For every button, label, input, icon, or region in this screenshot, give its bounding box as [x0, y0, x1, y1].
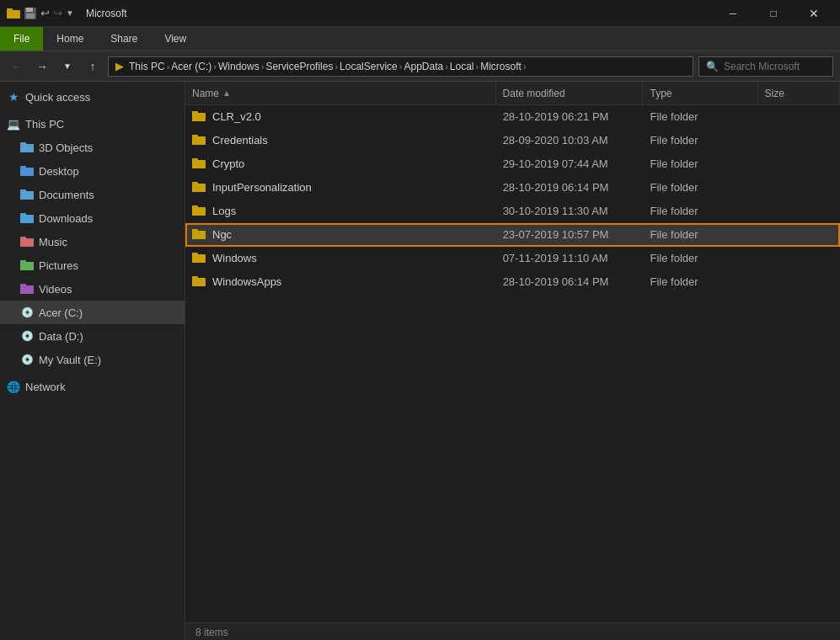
file-name-0: CLR_v2.0	[185, 105, 496, 128]
col-header-size[interactable]: Size	[758, 82, 840, 104]
path-part-6[interactable]: AppData	[404, 61, 443, 72]
path-part-7[interactable]: Local	[450, 61, 474, 72]
sidebar-item-videos[interactable]: Videos	[0, 277, 185, 301]
dropdown-button[interactable]: ▼	[57, 56, 78, 77]
path-part-2[interactable]: Acer (C:)	[171, 61, 211, 72]
path-sep-4: ›	[334, 61, 338, 72]
search-input[interactable]	[724, 61, 826, 72]
ribbon-tabs: File Home Share View	[0, 27, 840, 51]
tab-share[interactable]: Share	[97, 27, 151, 51]
path-sep-6: ›	[445, 61, 448, 72]
file-name-1: Credentials	[185, 129, 496, 152]
titlebar-undo-icon[interactable]: ↩	[40, 7, 50, 20]
file-name-2: Crypto	[185, 152, 496, 175]
svg-rect-26	[192, 182, 198, 185]
folder-icon-5	[192, 228, 206, 242]
sidebar-label-network: Network	[25, 381, 66, 393]
svg-rect-32	[192, 253, 198, 256]
file-date-6: 07-11-2019 11:10 AM	[496, 247, 644, 269]
titlebar-dropdown-icon[interactable]: ▼	[66, 7, 74, 20]
close-button[interactable]: ✕	[795, 0, 833, 27]
table-row[interactable]: Credentials 28-09-2020 10:03 AM File fol…	[185, 129, 840, 152]
col-header-date[interactable]: Date modified	[496, 82, 644, 104]
table-row[interactable]: InputPersonalization 28-10-2019 06:14 PM…	[185, 176, 840, 200]
music-icon	[20, 235, 34, 248]
file-type-0: File folder	[644, 105, 758, 128]
path-sep-8: ›	[523, 61, 527, 72]
quick-access-icon: ★	[7, 90, 20, 104]
sidebar-label-downloads: Downloads	[39, 212, 93, 225]
table-row[interactable]: WindowsApps 28-10-2019 06:14 PM File fol…	[185, 270, 840, 294]
table-row[interactable]: CLR_v2.0 28-10-2019 06:21 PM File folder	[185, 105, 840, 129]
file-date-7: 28-10-2019 06:14 PM	[496, 270, 644, 293]
svg-rect-24	[192, 158, 198, 162]
svg-rect-18	[20, 284, 26, 287]
file-type-5: File folder	[644, 223, 758, 246]
folder-icon-7	[192, 275, 206, 289]
table-row[interactable]: Crypto 29-10-2019 07:44 AM File folder	[185, 152, 840, 176]
sidebar-item-data-d[interactable]: 💿 Data (D:)	[0, 324, 185, 348]
minimize-button[interactable]: ─	[714, 0, 752, 27]
svg-rect-6	[20, 142, 26, 146]
table-row[interactable]: Logs 30-10-2019 11:30 AM File folder	[185, 200, 840, 223]
sidebar-item-acer-c[interactable]: 💿 Acer (C:)	[0, 301, 185, 324]
sidebar-item-myvault-e[interactable]: 💿 My Vault (E:)	[0, 348, 185, 371]
sidebar-item-3d-objects[interactable]: 3D Objects	[0, 136, 185, 159]
tab-home[interactable]: Home	[43, 27, 97, 51]
sidebar-item-pictures[interactable]: Pictures	[0, 253, 185, 277]
path-sep-3: ›	[261, 61, 265, 72]
sidebar-label-acer-c: Acer (C:)	[39, 307, 83, 319]
sidebar-item-desktop[interactable]: Desktop	[0, 159, 185, 183]
sidebar-item-music[interactable]: Music	[0, 230, 185, 253]
file-name-7: WindowsApps	[185, 270, 496, 293]
search-bar[interactable]: 🔍	[698, 56, 833, 77]
file-type-1: File folder	[644, 129, 758, 152]
videos-icon	[20, 282, 34, 296]
file-type-4: File folder	[644, 200, 758, 222]
col-header-type[interactable]: Type	[643, 82, 757, 104]
table-row[interactable]: Ngc 23-07-2019 10:57 PM File folder	[185, 223, 840, 247]
titlebar-redo-icon[interactable]: ↪	[53, 7, 62, 20]
file-name-5: Ngc	[185, 223, 496, 246]
path-arrow-icon: ▶	[115, 60, 124, 72]
titlebar-save-icon[interactable]	[24, 7, 37, 20]
file-size-5	[758, 223, 840, 246]
tab-file[interactable]: File	[0, 27, 43, 51]
forward-button[interactable]: →	[32, 56, 52, 77]
status-text: 8 items	[195, 627, 228, 638]
file-name-3: InputPersonalization	[185, 176, 496, 199]
path-sep-7: ›	[476, 61, 479, 72]
sidebar-item-this-pc[interactable]: 💻 This PC	[0, 112, 185, 136]
sort-arrow-name: ▲	[222, 88, 231, 98]
sidebar-item-downloads[interactable]: Downloads	[0, 206, 185, 230]
file-size-0	[758, 105, 840, 128]
up-button[interactable]: ↑	[83, 56, 103, 77]
sidebar-label-documents: Documents	[39, 189, 94, 201]
search-icon: 🔍	[706, 61, 719, 72]
sidebar-item-documents[interactable]: Documents	[0, 183, 185, 206]
sidebar-label-this-pc: This PC	[25, 118, 64, 131]
table-row[interactable]: Windows 07-11-2019 11:10 AM File folder	[185, 247, 840, 270]
sidebar-label-quick-access: Quick access	[25, 91, 90, 104]
path-part-3[interactable]: Windows	[218, 61, 259, 72]
path-sep-5: ›	[399, 61, 403, 72]
path-part-5[interactable]: LocalService	[340, 61, 398, 72]
path-part-1[interactable]: This PC	[129, 61, 165, 72]
path-part-8[interactable]: Microsoft	[480, 61, 522, 72]
tab-view[interactable]: View	[151, 27, 200, 51]
file-type-3: File folder	[644, 176, 758, 199]
file-size-1	[758, 129, 840, 152]
col-header-name[interactable]: Name ▲	[185, 82, 496, 104]
sidebar-item-network[interactable]: 🌐 Network	[0, 375, 185, 398]
path-sep-2: ›	[213, 61, 217, 72]
path-part-4[interactable]: ServiceProfiles	[265, 61, 333, 72]
svg-rect-34	[192, 276, 198, 280]
title-text: Microsoft	[86, 8, 127, 19]
back-button[interactable]: ←	[7, 56, 27, 77]
sidebar-label-pictures: Pictures	[39, 259, 78, 272]
sidebar-item-quick-access[interactable]: ★ Quick access	[0, 85, 185, 109]
file-list: CLR_v2.0 28-10-2019 06:21 PM File folder…	[185, 105, 840, 622]
address-path[interactable]: ▶ This PC › Acer (C:) › Windows › Servic…	[108, 56, 693, 77]
file-date-5: 23-07-2019 10:57 PM	[496, 223, 644, 246]
maximize-button[interactable]: □	[754, 0, 793, 27]
